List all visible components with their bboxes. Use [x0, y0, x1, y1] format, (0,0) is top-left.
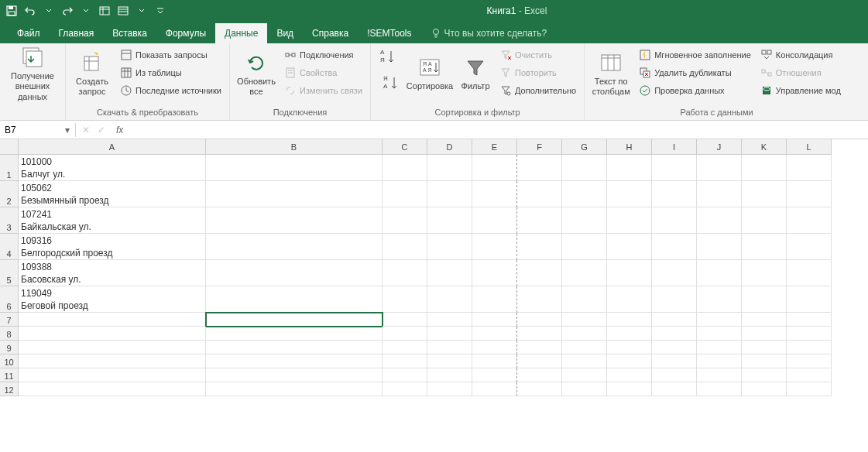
cell[interactable] — [652, 382, 697, 396]
cell[interactable] — [517, 327, 562, 341]
cell[interactable] — [742, 207, 787, 234]
cell[interactable] — [427, 234, 472, 260]
cell[interactable] — [383, 286, 427, 313]
cell[interactable]: 101000Балчуг ул. — [19, 155, 206, 181]
cell[interactable] — [787, 327, 832, 341]
cell[interactable] — [697, 327, 742, 341]
cell[interactable] — [206, 207, 383, 234]
row-header-5[interactable]: 5 — [0, 260, 19, 286]
col-header-E[interactable]: E — [472, 139, 517, 155]
from-table-button[interactable]: Из таблицы — [117, 64, 225, 81]
cell[interactable] — [472, 286, 517, 313]
cell[interactable] — [472, 341, 517, 354]
cell[interactable] — [383, 181, 427, 207]
cell[interactable] — [787, 234, 832, 260]
cell[interactable] — [607, 382, 652, 396]
cell[interactable] — [697, 382, 742, 396]
cell[interactable] — [517, 207, 562, 234]
accept-formula-icon[interactable]: ✓ — [98, 125, 105, 135]
cell[interactable] — [562, 368, 607, 382]
cell[interactable] — [607, 327, 652, 341]
cell[interactable] — [787, 313, 832, 327]
col-header-A[interactable]: A — [19, 139, 206, 155]
cell[interactable] — [562, 207, 607, 234]
row-header-11[interactable]: 11 — [0, 368, 19, 382]
cell[interactable] — [607, 260, 652, 286]
tab-file[interactable]: Файл — [8, 23, 50, 43]
cell[interactable] — [472, 368, 517, 382]
cell[interactable] — [206, 382, 383, 396]
col-header-H[interactable]: H — [607, 139, 652, 155]
cell[interactable] — [787, 382, 832, 396]
col-header-D[interactable]: D — [427, 139, 472, 155]
cell[interactable] — [383, 382, 427, 396]
cell[interactable] — [472, 181, 517, 207]
cell[interactable] — [697, 313, 742, 327]
tab-help[interactable]: Справка — [303, 23, 358, 43]
cell[interactable] — [562, 313, 607, 327]
cell[interactable] — [427, 313, 472, 327]
cell[interactable] — [206, 234, 383, 260]
cell[interactable] — [206, 341, 383, 354]
cell[interactable] — [652, 207, 697, 234]
cell[interactable] — [742, 368, 787, 382]
cell[interactable] — [206, 354, 383, 368]
cell[interactable] — [517, 234, 562, 260]
cell[interactable] — [652, 260, 697, 286]
name-box-input[interactable] — [0, 123, 60, 137]
cell[interactable] — [472, 382, 517, 396]
cell[interactable] — [472, 354, 517, 368]
cell[interactable] — [427, 260, 472, 286]
cell[interactable] — [206, 368, 383, 382]
consolidate-button[interactable]: Консолидация — [757, 46, 844, 63]
qat-more-dropdown-icon[interactable] — [133, 2, 150, 19]
cell[interactable] — [206, 327, 383, 341]
cell[interactable] — [427, 354, 472, 368]
row-header-12[interactable]: 12 — [0, 382, 19, 396]
show-queries-button[interactable]: Показать запросы — [117, 46, 225, 63]
cell[interactable]: 119049Беговой проезд — [19, 286, 206, 313]
qat-custom1-icon[interactable] — [96, 2, 113, 19]
cell[interactable] — [517, 382, 562, 396]
row-header-2[interactable]: 2 — [0, 181, 19, 207]
col-header-J[interactable]: J — [697, 139, 742, 155]
cell[interactable] — [517, 341, 562, 354]
cell[interactable] — [427, 382, 472, 396]
tab-home[interactable]: Главная — [50, 23, 104, 43]
col-header-I[interactable]: I — [652, 139, 697, 155]
col-header-B[interactable]: B — [206, 139, 383, 155]
cell[interactable] — [787, 207, 832, 234]
cell[interactable] — [562, 382, 607, 396]
cell[interactable] — [427, 155, 472, 181]
cell[interactable]: 105062Безымянный проезд — [19, 181, 206, 207]
col-header-F[interactable]: F — [517, 139, 562, 155]
cell[interactable] — [652, 327, 697, 341]
cell[interactable] — [652, 368, 697, 382]
cell[interactable]: 109316Белгородский проезд — [19, 234, 206, 260]
sort-az-button[interactable]: АЯ — [376, 46, 399, 71]
cell[interactable] — [206, 260, 383, 286]
cell[interactable] — [697, 341, 742, 354]
cell[interactable] — [787, 354, 832, 368]
cell[interactable] — [472, 234, 517, 260]
select-all-corner[interactable] — [0, 139, 19, 155]
new-query-button[interactable]: Создать запрос — [70, 46, 114, 101]
manage-model-button[interactable]: Управление мод — [757, 82, 844, 99]
cell[interactable] — [697, 368, 742, 382]
cell[interactable] — [19, 382, 206, 396]
cell[interactable] — [607, 155, 652, 181]
cell[interactable] — [697, 207, 742, 234]
cell[interactable] — [472, 207, 517, 234]
formula-input[interactable] — [132, 123, 868, 137]
cell[interactable] — [206, 313, 383, 327]
row-header-10[interactable]: 10 — [0, 354, 19, 368]
cell[interactable] — [562, 155, 607, 181]
cell[interactable] — [19, 327, 206, 341]
col-header-K[interactable]: K — [742, 139, 787, 155]
cell[interactable] — [787, 368, 832, 382]
tab-semtools[interactable]: !SEMTools — [358, 23, 420, 43]
cell[interactable] — [607, 341, 652, 354]
cell[interactable] — [562, 234, 607, 260]
cell[interactable] — [787, 181, 832, 207]
tab-formulas[interactable]: Формулы — [156, 23, 215, 43]
